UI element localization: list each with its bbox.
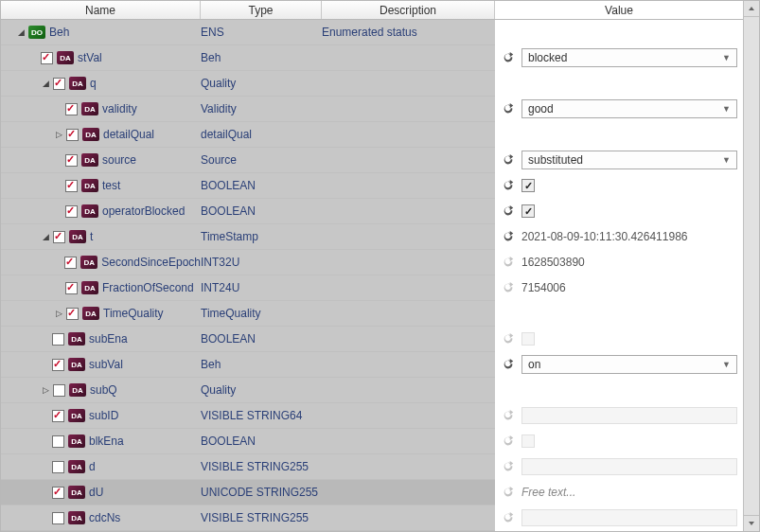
da-badge: DA xyxy=(69,230,86,243)
header-value[interactable]: Value xyxy=(495,1,743,19)
table-row[interactable]: DAcdcNsVISIBLE STRING255 xyxy=(1,505,743,531)
refresh-icon[interactable] xyxy=(501,204,516,219)
expander-open-icon[interactable]: ◢ xyxy=(16,27,27,38)
row-checkbox[interactable] xyxy=(52,512,64,524)
table-row[interactable]: DAdVISIBLE STRING255 xyxy=(1,454,743,480)
node-label: cdcNs xyxy=(89,511,120,524)
table-row[interactable]: DAstValBehblocked▼ xyxy=(1,45,743,71)
cell-name: DAstVal xyxy=(1,45,201,71)
refresh-icon[interactable] xyxy=(501,152,516,168)
refresh-icon[interactable] xyxy=(501,101,516,116)
expander-open-icon[interactable]: ◢ xyxy=(41,79,51,89)
scroll-down-button[interactable] xyxy=(744,515,759,531)
row-checkbox[interactable] xyxy=(65,154,78,167)
row-checkbox[interactable] xyxy=(65,180,78,192)
table-row[interactable]: DAvalidityValiditygood▼ xyxy=(1,97,743,122)
value-checkbox-checked[interactable]: ✓ xyxy=(521,204,535,218)
refresh-icon[interactable] xyxy=(501,434,516,449)
table-row[interactable]: ▷DAdetailQualdetailQual xyxy=(1,122,743,148)
refresh-icon[interactable] xyxy=(501,408,516,423)
header-type[interactable]: Type xyxy=(201,1,322,19)
refresh-icon[interactable] xyxy=(501,50,516,65)
expander-open-icon[interactable]: ◢ xyxy=(41,232,51,242)
cell-value xyxy=(495,454,743,480)
cell-value: ✓ xyxy=(495,173,743,199)
value-select[interactable]: substituted▼ xyxy=(521,151,737,169)
node-label: source xyxy=(102,153,136,167)
refresh-icon[interactable] xyxy=(501,280,516,295)
row-checkbox[interactable] xyxy=(52,487,64,499)
node-label: SecondSinceEpoch xyxy=(101,256,201,269)
table-row[interactable]: DAtestBOOLEAN✓ xyxy=(1,173,743,199)
refresh-icon[interactable] xyxy=(501,510,516,525)
value-select[interactable]: on▼ xyxy=(521,355,737,374)
cell-name: ▷DATimeQuality xyxy=(1,301,201,327)
row-checkbox[interactable] xyxy=(41,52,53,64)
expander-closed-icon[interactable]: ▷ xyxy=(41,385,51,396)
value-input-empty[interactable] xyxy=(521,458,737,475)
refresh-icon[interactable] xyxy=(501,485,516,500)
cell-name: DAdU xyxy=(1,480,201,505)
refresh-icon[interactable] xyxy=(501,178,516,193)
node-label: blkEna xyxy=(89,434,124,448)
table-row[interactable]: DAsubEnaBOOLEAN xyxy=(1,327,743,352)
row-checkbox[interactable] xyxy=(52,410,64,422)
table-row[interactable]: ◢DAqQuality xyxy=(1,71,743,97)
row-checkbox[interactable] xyxy=(52,435,64,448)
row-checkbox[interactable] xyxy=(52,333,64,346)
expander-closed-icon[interactable]: ▷ xyxy=(54,130,64,140)
value-input-empty[interactable] xyxy=(521,509,737,526)
vertical-scrollbar[interactable] xyxy=(743,1,759,531)
refresh-icon[interactable] xyxy=(501,459,516,474)
refresh-icon[interactable] xyxy=(501,331,516,346)
refresh-icon[interactable] xyxy=(501,255,516,270)
table-row[interactable]: ◢DOBehENSEnumerated status xyxy=(1,20,743,45)
cell-value xyxy=(495,20,743,45)
da-badge: DA xyxy=(81,281,98,294)
value-placeholder[interactable]: Free text... xyxy=(521,486,737,499)
value-select[interactable]: blocked▼ xyxy=(521,48,737,67)
do-badge: DO xyxy=(28,26,45,39)
row-checkbox[interactable] xyxy=(53,231,65,243)
table-row[interactable]: DAsubValBehon▼ xyxy=(1,352,743,378)
header-name[interactable]: Name xyxy=(1,1,201,19)
expander-closed-icon[interactable]: ▷ xyxy=(54,309,64,319)
table-row[interactable]: DAFractionOfSecondINT24U7154006 xyxy=(1,275,743,301)
table-row[interactable]: DAsubIDVISIBLE STRING64 xyxy=(1,403,743,429)
cell-name: DAsubVal xyxy=(1,352,201,378)
row-checkbox[interactable] xyxy=(52,461,64,473)
table-row[interactable]: ▷DAsubQQuality xyxy=(1,378,743,403)
cell-value xyxy=(495,429,743,454)
refresh-icon[interactable] xyxy=(501,229,516,244)
value-checkbox-empty[interactable] xyxy=(521,332,535,346)
value-input-empty[interactable] xyxy=(521,407,737,424)
value-checkbox-empty[interactable] xyxy=(521,434,535,448)
scroll-up-button[interactable] xyxy=(744,1,759,17)
value-select[interactable]: good▼ xyxy=(521,99,737,118)
row-checkbox[interactable] xyxy=(53,78,65,90)
chevron-down-icon: ▼ xyxy=(722,155,731,165)
row-checkbox[interactable] xyxy=(53,384,65,397)
value-checkbox-checked[interactable]: ✓ xyxy=(521,179,535,192)
table-row[interactable]: DASecondSinceEpochINT32U1628503890 xyxy=(1,250,743,275)
cell-type: BOOLEAN xyxy=(201,199,322,224)
refresh-icon[interactable] xyxy=(501,357,516,372)
table-row[interactable]: ◢DAtTimeStamp2021-08-09-10:11:30.4264119… xyxy=(1,224,743,250)
row-checkbox[interactable] xyxy=(65,282,78,294)
table-row[interactable]: DAblkEnaBOOLEAN xyxy=(1,429,743,454)
table-row[interactable]: DAoperatorBlockedBOOLEAN✓ xyxy=(1,199,743,224)
cell-description xyxy=(322,275,495,301)
header-description[interactable]: Description xyxy=(322,1,495,19)
row-checkbox[interactable] xyxy=(65,205,78,218)
table-row[interactable]: DAsourceSourcesubstituted▼ xyxy=(1,148,743,173)
node-label: subID xyxy=(89,409,118,422)
row-checkbox[interactable] xyxy=(65,103,78,115)
row-checkbox[interactable] xyxy=(52,359,64,371)
row-checkbox[interactable] xyxy=(66,129,79,141)
cell-value xyxy=(495,403,743,429)
table-row[interactable]: ▷DATimeQualityTimeQuality xyxy=(1,301,743,327)
cell-type: Validity xyxy=(201,97,322,122)
table-row[interactable]: DAdUUNICODE STRING255Free text... xyxy=(1,480,743,505)
row-checkbox[interactable] xyxy=(64,257,77,269)
row-checkbox[interactable] xyxy=(66,308,79,320)
